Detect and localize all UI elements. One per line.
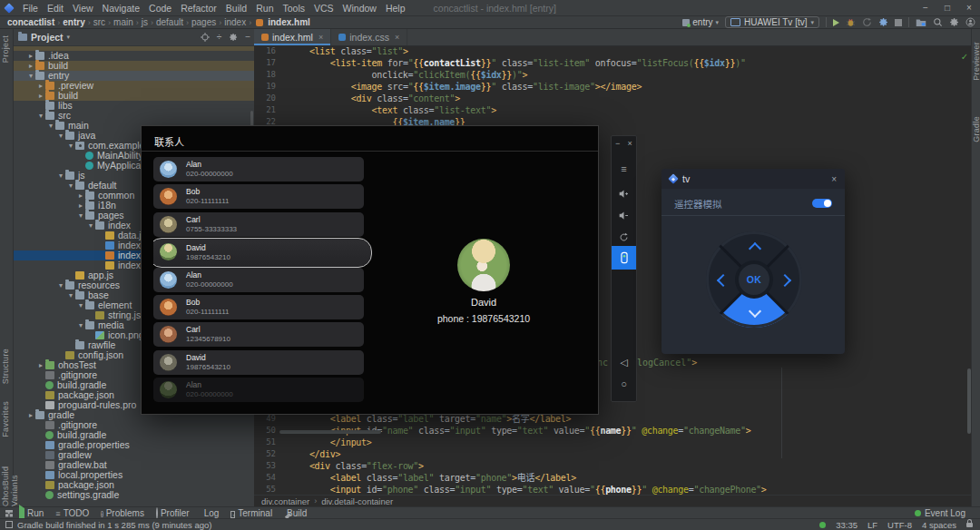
menu-item-tools[interactable]: Tools xyxy=(278,3,309,14)
menu-item-run[interactable]: Run xyxy=(251,3,278,14)
tree-item-src[interactable]: ▾src xyxy=(13,111,254,121)
breadcrumb-item[interactable]: entry xyxy=(61,17,86,27)
tree-item-gradlew.bat[interactable]: gradlew.bat xyxy=(13,460,254,470)
tree-item-libs[interactable]: libs xyxy=(13,101,254,111)
tool-strip-project[interactable]: Project xyxy=(1,35,10,63)
tool-strip-ohosbuild-variants[interactable]: OhosBuild Variants xyxy=(1,439,19,506)
attach-profiler-button[interactable] xyxy=(862,17,872,27)
tool-strip-favorites[interactable]: Favorites xyxy=(1,401,10,437)
tree-item-build.gradle[interactable]: build.gradle xyxy=(13,430,254,440)
status-segment[interactable]: 4 spaces xyxy=(922,520,956,530)
tree-item-gradle.properties[interactable]: gradle.properties xyxy=(13,440,254,450)
status-segment[interactable]: UTF-8 xyxy=(887,520,912,530)
breadcrumb-item[interactable]: pages xyxy=(190,17,218,27)
contact-list-item[interactable]: Carl12345678910 xyxy=(153,322,364,347)
tool-button-todo[interactable]: ≡TODO xyxy=(55,508,89,518)
menu-item-view[interactable]: View xyxy=(68,3,98,14)
breadcrumb-item[interactable]: div.container xyxy=(261,496,309,506)
search-everywhere-icon[interactable] xyxy=(933,17,943,27)
tool-strip-previewer[interactable]: Previewer xyxy=(972,42,980,81)
rotate-icon[interactable] xyxy=(612,230,636,246)
breadcrumb-item[interactable]: src xyxy=(92,17,107,27)
menu-item-help[interactable]: Help xyxy=(381,3,410,14)
tool-strip-gradle[interactable]: Gradle xyxy=(972,116,980,142)
menu-item-window[interactable]: Window xyxy=(338,3,381,14)
status-segment[interactable]: LF xyxy=(867,520,877,530)
contact-list-item[interactable]: Alan020-00000000 xyxy=(153,268,364,292)
tool-strip-structure[interactable]: Structure xyxy=(1,348,10,384)
menu-item-refactor[interactable]: Refactor xyxy=(176,3,221,14)
contact-list-item[interactable]: Alan020-00000000 xyxy=(153,378,364,402)
tab-close-icon[interactable]: × xyxy=(318,33,323,42)
contact-list-item[interactable]: Bob020-11111111 xyxy=(153,295,364,319)
profile-button[interactable] xyxy=(878,17,888,27)
tool-button-build[interactable]: Build xyxy=(284,508,307,518)
stop-button[interactable] xyxy=(895,19,902,26)
volume-down-icon[interactable] xyxy=(612,208,636,224)
breadcrumb-item[interactable]: index xyxy=(222,17,248,27)
breadcrumb-item[interactable]: default xyxy=(154,17,185,27)
dpad-ok-button[interactable]: OK xyxy=(735,260,773,299)
tree-item-.preview[interactable]: ▸.preview xyxy=(13,81,254,91)
tree-item-.gitignore[interactable]: .gitignore xyxy=(13,420,254,430)
tool-button-terminal[interactable]: ›Terminal xyxy=(230,508,272,518)
menu-item-edit[interactable]: Edit xyxy=(43,3,68,14)
contact-list-item[interactable]: David19876543210 xyxy=(153,350,364,375)
status-message[interactable]: Gradle build finished in 1 s 285 ms (9 m… xyxy=(5,520,211,530)
tool-button-log[interactable]: Log xyxy=(201,508,220,518)
dpad-up-button[interactable] xyxy=(749,242,761,255)
remote-panel-header[interactable]: tv × xyxy=(662,169,845,189)
contact-list-item[interactable]: Bob020-11111111 xyxy=(153,184,364,209)
locate-file-icon[interactable] xyxy=(201,33,210,42)
menu-icon[interactable]: ≡ xyxy=(612,163,636,174)
close-icon[interactable]: × xyxy=(831,174,837,184)
tree-item-entry[interactable]: ▾entry xyxy=(13,71,254,81)
horizontal-scrollbar[interactable] xyxy=(279,430,381,434)
tool-windows-grid-icon[interactable] xyxy=(5,510,13,517)
lock-icon[interactable] xyxy=(966,523,973,527)
menu-item-code[interactable]: Code xyxy=(144,3,176,14)
remote-control-icon[interactable] xyxy=(612,246,636,270)
volume-up-icon[interactable] xyxy=(612,186,636,202)
tree-item-settings.gradle[interactable]: settings.gradle xyxy=(13,490,254,500)
settings-gear-icon[interactable] xyxy=(949,17,959,27)
user-avatar-icon[interactable] xyxy=(965,17,975,27)
sim-minimize-button[interactable]: − xyxy=(615,139,620,148)
run-config-selector[interactable]: entry ▾ xyxy=(682,17,719,27)
tree-item-package.json[interactable]: package.json xyxy=(13,480,254,490)
status-segment[interactable]: 33:35 xyxy=(836,520,858,530)
breadcrumb-item[interactable]: concactlist xyxy=(5,17,56,27)
dpad-down-button[interactable] xyxy=(749,305,761,318)
tool-button-profiler[interactable]: Profiler xyxy=(156,508,190,518)
debug-button[interactable] xyxy=(846,17,856,27)
menu-item-file[interactable]: File xyxy=(18,3,43,14)
device-selector[interactable]: HUAWEI Tv [tv] ▾ xyxy=(725,16,819,28)
tool-button-problems[interactable]: !Problems xyxy=(101,508,144,518)
tree-item-build[interactable]: ▸build xyxy=(13,91,254,101)
tab-close-icon[interactable]: × xyxy=(395,33,399,42)
contact-list-item[interactable]: Carl0755-33333333 xyxy=(153,212,364,237)
breadcrumb-item[interactable]: js xyxy=(140,17,150,27)
contact-list-item[interactable]: Alan020-00000000 xyxy=(153,157,364,182)
tree-item-gradlew[interactable]: gradlew xyxy=(13,450,254,460)
tool-button-run[interactable]: Run xyxy=(19,508,44,518)
menu-item-vcs[interactable]: VCS xyxy=(309,3,338,14)
sim-close-button[interactable]: × xyxy=(628,139,632,148)
breadcrumb-item[interactable]: index.hml xyxy=(266,17,312,27)
device-manager-icon[interactable] xyxy=(916,17,926,27)
hide-panel-icon[interactable]: − xyxy=(245,32,250,42)
back-icon[interactable]: ◁ xyxy=(612,357,636,368)
breadcrumb-item[interactable]: main xyxy=(112,17,135,27)
minimize-button[interactable]: − xyxy=(915,0,936,15)
breadcrumb-item[interactable]: div.detail-container xyxy=(321,496,393,506)
close-button[interactable]: × xyxy=(958,0,980,15)
maximize-button[interactable]: □ xyxy=(936,0,958,15)
remote-simulation-toggle[interactable] xyxy=(812,199,832,208)
project-panel-header[interactable]: Project ▾ ÷ − xyxy=(13,29,254,46)
panel-settings-gear-icon[interactable] xyxy=(229,33,238,42)
run-button[interactable] xyxy=(833,19,839,26)
home-icon[interactable]: ○ xyxy=(612,378,636,389)
dpad-right-button[interactable] xyxy=(779,274,791,287)
event-log-button[interactable]: Event Log xyxy=(915,508,965,518)
contact-list-item[interactable]: David19876543210 xyxy=(153,238,372,268)
